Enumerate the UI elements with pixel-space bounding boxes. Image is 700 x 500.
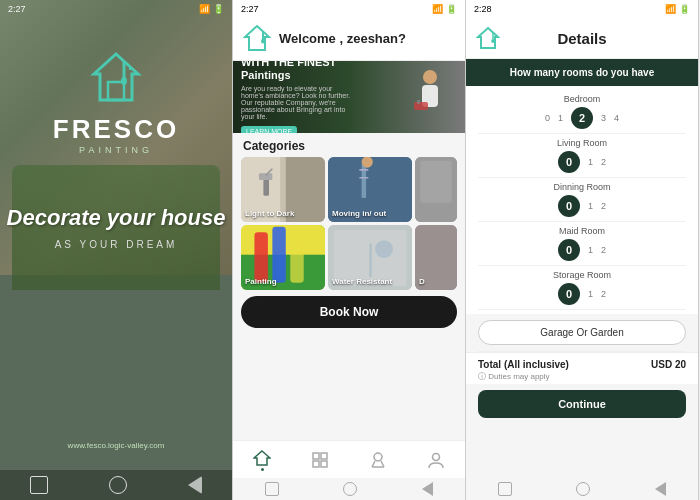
banner-person xyxy=(405,65,455,130)
room-label-bedroom: Bedroom xyxy=(478,94,686,104)
svg-point-8 xyxy=(423,70,437,84)
status-icons-2: 📶 🔋 xyxy=(432,4,457,14)
maid-value[interactable]: 0 xyxy=(558,239,580,261)
nav-circle-2[interactable] xyxy=(343,482,357,496)
learn-more-btn[interactable]: LEARN MORE xyxy=(241,126,297,133)
svg-point-47 xyxy=(491,39,495,43)
nav-circle-3[interactable] xyxy=(576,482,590,496)
bottom-nav-2 xyxy=(233,440,465,478)
svg-rect-28 xyxy=(272,227,285,283)
svg-rect-10 xyxy=(414,102,428,110)
svg-point-3 xyxy=(121,77,127,85)
total-row: Total (All inclusive) USD 20 xyxy=(478,359,686,370)
banner-sub: Are you ready to elevate your home's amb… xyxy=(241,85,351,120)
rooms-section: Bedroom 0 1 2 3 4 Living Room 0 1 2 xyxy=(466,86,698,314)
fresco-title: FRESCO xyxy=(53,114,179,145)
category-partial2[interactable]: D xyxy=(415,225,457,290)
details-logo-icon xyxy=(476,26,500,50)
status-bar-2: 2:27 📶 🔋 xyxy=(233,0,465,18)
phone-splash: 2:27 📶 🔋 FRESCO PAINTING Decorate your h… xyxy=(0,0,233,500)
room-label-storage: Storage Room xyxy=(478,270,686,280)
total-value: USD 20 xyxy=(651,359,686,370)
svg-point-40 xyxy=(374,453,382,461)
how-many-rooms-label: How many rooms do you have xyxy=(466,59,698,86)
category-light-dark[interactable]: Light to Dark xyxy=(241,157,325,222)
garage-garden-button[interactable]: Garage Or Garden xyxy=(478,320,686,345)
nav-square-2[interactable] xyxy=(265,482,279,496)
svg-rect-37 xyxy=(321,453,327,459)
logo-area: FRESCO PAINTING xyxy=(53,48,179,155)
website-url: www.fesco.logic-valley.com xyxy=(68,441,165,450)
fresco-logo-icon xyxy=(86,48,146,108)
home-header: Welcome , zeeshan? xyxy=(233,18,465,61)
phone-details: 2:28 📶 🔋 Details How many rooms do you h… xyxy=(466,0,699,500)
counter-dinning: 0 1 2 xyxy=(478,195,686,217)
room-row-maid: Maid Room 0 1 2 xyxy=(478,222,686,266)
svg-rect-39 xyxy=(321,461,327,467)
room-row-dinning: Dinning Room 0 1 2 xyxy=(478,178,686,222)
nav-square-3[interactable] xyxy=(498,482,512,496)
svg-marker-0 xyxy=(94,54,138,100)
counter-bedroom: 0 1 2 3 4 xyxy=(478,107,686,129)
book-now-label: Book Now xyxy=(320,305,379,319)
svg-point-32 xyxy=(375,240,393,258)
svg-rect-27 xyxy=(254,232,267,282)
time-2: 2:27 xyxy=(241,4,259,14)
category-water[interactable]: Water Resistant xyxy=(328,225,412,290)
svg-rect-24 xyxy=(420,161,452,203)
category-moving-label: Moving in/ out xyxy=(332,209,386,218)
room-label-dinning: Dinning Room xyxy=(478,182,686,192)
phone-home: 2:27 📶 🔋 Welcome , zeeshan? WITH THE FIN… xyxy=(233,0,466,500)
welcome-text: Welcome , zeeshan? xyxy=(279,31,406,46)
banner-title: WITH THE FINESTPaintings xyxy=(241,61,351,82)
nav-profile-2[interactable] xyxy=(427,451,445,469)
duties-note: ⓘ Duties may apply xyxy=(478,371,686,382)
svg-line-42 xyxy=(381,461,384,467)
svg-marker-5 xyxy=(245,26,269,50)
svg-line-41 xyxy=(372,461,375,467)
room-row-bedroom: Bedroom 0 1 2 3 4 xyxy=(478,90,686,134)
counter-living: 0 1 2 xyxy=(478,151,686,173)
nav-triangle-2[interactable] xyxy=(422,482,433,496)
status-bar-3: 2:28 📶 🔋 xyxy=(466,0,698,18)
category-painting[interactable]: Painting xyxy=(241,225,325,290)
nav-triangle-3[interactable] xyxy=(655,482,666,496)
dinning-value[interactable]: 0 xyxy=(558,195,580,217)
time-1: 2:27 xyxy=(8,4,26,14)
nav-home-2[interactable] xyxy=(253,449,271,471)
status-icons-3: 📶 🔋 xyxy=(665,4,690,14)
dream-tagline: AS YOUR DREAM xyxy=(55,239,178,250)
nav-services-2[interactable] xyxy=(369,451,387,469)
book-now-button[interactable]: Book Now xyxy=(241,296,457,328)
decorate-tagline: Decorate your house xyxy=(7,205,226,231)
svg-rect-16 xyxy=(259,173,272,180)
nav-grid-2[interactable] xyxy=(311,451,329,469)
svg-marker-35 xyxy=(254,451,270,465)
svg-rect-11 xyxy=(417,100,420,104)
category-partial2-label: D xyxy=(419,277,425,286)
room-row-storage: Storage Room 0 1 2 xyxy=(478,266,686,310)
category-partial1[interactable] xyxy=(415,157,457,222)
svg-point-44 xyxy=(433,453,440,460)
category-light-dark-label: Light to Dark xyxy=(245,209,294,218)
bedroom-value[interactable]: 2 xyxy=(571,107,593,129)
categories-grid-row2: Painting Water Resistant D xyxy=(233,225,465,290)
category-water-label: Water Resistant xyxy=(332,277,392,286)
category-moving[interactable]: Moving in/ out xyxy=(328,157,412,222)
categories-label: Categories xyxy=(233,133,465,157)
svg-marker-45 xyxy=(478,28,498,48)
time-3: 2:28 xyxy=(474,4,492,14)
android-nav-2 xyxy=(233,478,465,500)
living-value[interactable]: 0 xyxy=(558,151,580,173)
details-header: Details xyxy=(466,18,698,59)
total-section: Total (All inclusive) USD 20 ⓘ Duties ma… xyxy=(466,352,698,384)
svg-rect-36 xyxy=(313,453,319,459)
counter-maid: 0 1 2 xyxy=(478,239,686,261)
promo-banner[interactable]: WITH THE FINESTPaintings Are you ready t… xyxy=(233,61,465,133)
continue-button[interactable]: Continue xyxy=(478,390,686,418)
details-title: Details xyxy=(500,30,664,47)
storage-value[interactable]: 0 xyxy=(558,283,580,305)
category-painting-label: Painting xyxy=(245,277,277,286)
svg-rect-38 xyxy=(313,461,319,467)
android-nav-3 xyxy=(466,478,698,500)
